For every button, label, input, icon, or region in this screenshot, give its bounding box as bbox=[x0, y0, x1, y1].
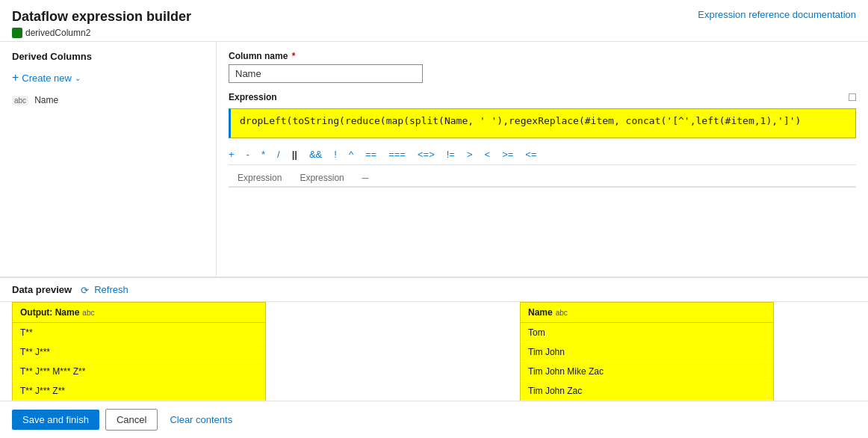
op-plus[interactable]: + bbox=[229, 149, 235, 160]
refresh-label: Refresh bbox=[94, 284, 128, 295]
op-divide[interactable]: / bbox=[277, 149, 280, 160]
expression-text: dropLeft(toString(reduce(map(split(Name,… bbox=[240, 115, 801, 126]
sidebar: Derived Columns + Create new ⌄ abc Name bbox=[0, 42, 217, 277]
subtitle-label: derivedColumn2 bbox=[25, 28, 90, 38]
column-name-label: Column name * bbox=[229, 51, 856, 61]
sidebar-item-label: Name bbox=[34, 95, 58, 105]
tabs-row: Expression Expression ─ bbox=[229, 170, 856, 188]
spacer-col-right bbox=[774, 302, 868, 401]
header-right[interactable]: Expression reference documentation bbox=[698, 9, 856, 20]
output-row-1: T** J*** bbox=[12, 342, 266, 362]
tab-expression-1[interactable]: Expression bbox=[229, 170, 291, 186]
data-preview-section: Data preview ⟳ Refresh Output: Name abc … bbox=[0, 277, 868, 401]
refresh-button[interactable]: ⟳ Refresh bbox=[81, 284, 128, 295]
op-strict-eq[interactable]: === bbox=[388, 149, 406, 160]
editor-panel: Column name * Expression □ dropLeft(toSt… bbox=[217, 42, 868, 277]
input-row-1: Tim John bbox=[520, 342, 774, 362]
doc-link[interactable]: Expression reference documentation bbox=[698, 9, 856, 20]
create-new-label: Create new bbox=[22, 73, 71, 84]
save-and-finish-button[interactable]: Save and finish bbox=[12, 410, 99, 430]
data-preview-header: Data preview ⟳ Refresh bbox=[0, 278, 868, 302]
op-lte[interactable]: <= bbox=[525, 149, 536, 160]
expression-editor[interactable]: dropLeft(toString(reduce(map(split(Name,… bbox=[229, 108, 856, 138]
op-not[interactable]: ! bbox=[334, 149, 337, 160]
input-column: Name abc Tom Tim John Tim John Mike Zac … bbox=[520, 302, 774, 401]
op-gte[interactable]: >= bbox=[502, 149, 513, 160]
input-row-0: Tom bbox=[520, 323, 774, 342]
type-badge: abc bbox=[12, 96, 28, 105]
required-marker: * bbox=[292, 51, 296, 61]
op-multiply[interactable]: * bbox=[261, 149, 265, 160]
op-gt[interactable]: > bbox=[467, 149, 473, 160]
op-and[interactable]: && bbox=[309, 149, 322, 160]
input-row-3: Tim John Zac bbox=[520, 381, 774, 401]
spacer-col bbox=[266, 302, 520, 401]
op-neq[interactable]: != bbox=[447, 149, 455, 160]
output-column: Output: Name abc T** T** J*** T** J*** M… bbox=[12, 302, 266, 401]
tab-expression-2[interactable]: Expression bbox=[291, 170, 353, 186]
refresh-icon: ⟳ bbox=[81, 285, 91, 295]
input-col-header-text: Name bbox=[528, 307, 553, 318]
derived-column-tag: derivedColumn2 bbox=[12, 28, 191, 38]
chevron-down-icon: ⌄ bbox=[75, 74, 81, 82]
data-table-area: Output: Name abc T** T** J*** T** J*** M… bbox=[0, 302, 868, 401]
expand-icon: □ bbox=[849, 90, 856, 104]
column-name-input[interactable] bbox=[229, 64, 423, 83]
page-title: Dataflow expression builder bbox=[12, 9, 191, 25]
op-minus[interactable]: - bbox=[247, 149, 249, 160]
input-col-type: abc bbox=[556, 309, 568, 317]
plus-icon: + bbox=[12, 71, 19, 84]
create-new-button[interactable]: + Create new ⌄ bbox=[0, 68, 216, 90]
output-col-header-text: Output: Name bbox=[20, 307, 79, 318]
expression-label-text: Expression bbox=[229, 92, 277, 102]
op-lt[interactable]: < bbox=[485, 149, 491, 160]
header-left: Dataflow expression builder derivedColum… bbox=[12, 9, 191, 38]
output-col-header: Output: Name abc bbox=[12, 302, 266, 323]
sidebar-item-name[interactable]: abc Name bbox=[0, 90, 216, 110]
output-row-2: T** J*** M*** Z** bbox=[12, 362, 266, 381]
output-row-3: T** J*** Z** bbox=[12, 381, 266, 401]
sidebar-title: Derived Columns bbox=[0, 51, 216, 68]
footer: Save and finish Cancel Clear contents bbox=[0, 401, 868, 438]
operators-row: + - * / || && ! ^ == === <=> != > < >= <… bbox=[229, 144, 856, 165]
tab-expression-3[interactable]: ─ bbox=[353, 170, 378, 186]
input-col-header: Name abc bbox=[520, 302, 774, 323]
input-row-2: Tim John Mike Zac bbox=[520, 362, 774, 381]
op-eq[interactable]: == bbox=[365, 149, 376, 160]
data-preview-title: Data preview bbox=[12, 284, 72, 295]
op-spaceship[interactable]: <=> bbox=[418, 149, 435, 160]
tag-icon bbox=[12, 28, 22, 38]
cancel-button[interactable]: Cancel bbox=[105, 409, 158, 431]
output-col-type: abc bbox=[82, 309, 94, 317]
op-xor[interactable]: ^ bbox=[349, 149, 353, 160]
clear-contents-button[interactable]: Clear contents bbox=[164, 410, 238, 430]
main-content: Derived Columns + Create new ⌄ abc Name … bbox=[0, 42, 868, 277]
op-or[interactable]: || bbox=[292, 149, 297, 160]
header: Dataflow expression builder derivedColum… bbox=[0, 0, 868, 42]
output-row-0: T** bbox=[12, 323, 266, 342]
expression-label-row: Expression □ bbox=[229, 90, 856, 104]
